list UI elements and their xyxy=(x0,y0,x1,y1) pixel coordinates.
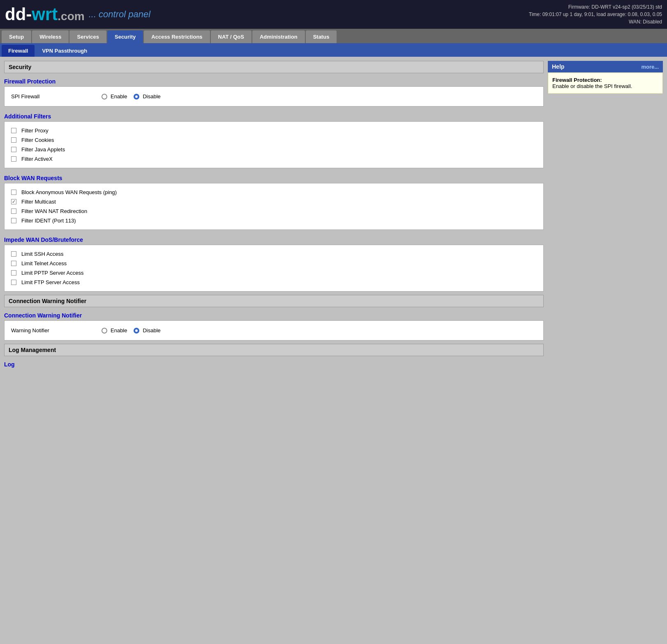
additional-filters-title: Additional Filters xyxy=(4,110,544,121)
time-info: Time: 09:01:07 up 1 day, 9:01, load aver… xyxy=(529,11,662,18)
spi-firewall-label: SPI Firewall xyxy=(11,93,102,100)
limit-telnet-row: Limit Telnet Access xyxy=(11,259,537,268)
filter-ident-checkbox[interactable] xyxy=(11,218,16,223)
warning-notifier-radio-group: Enable Disable xyxy=(102,327,161,334)
spi-enable-text: Enable xyxy=(111,93,127,100)
spi-disable-radio[interactable] xyxy=(134,94,139,100)
additional-filters-box: Filter Proxy Filter Cookies Filter Java … xyxy=(4,121,544,168)
spi-disable-radio-label[interactable]: Disable xyxy=(134,93,160,100)
filter-multicast-checkbox[interactable]: ✓ xyxy=(11,199,16,204)
block-anon-checkbox[interactable] xyxy=(11,190,16,195)
filter-cookies-row: Filter Cookies xyxy=(11,135,537,145)
limit-ftp-row: Limit FTP Server Access xyxy=(11,278,537,287)
filter-cookies-label: Filter Cookies xyxy=(21,137,54,143)
log-management-section-header: Log Management xyxy=(4,344,544,356)
filter-multicast-row: ✓ Filter Multicast xyxy=(11,197,537,206)
filter-proxy-checkbox[interactable] xyxy=(11,128,16,133)
control-panel-label: ... control panel xyxy=(89,9,150,20)
filter-activex-checkbox[interactable] xyxy=(11,156,16,162)
connection-warning-box: Warning Notifier Enable Disable xyxy=(4,320,544,341)
filter-proxy-label: Filter Proxy xyxy=(21,127,48,134)
spi-enable-radio[interactable] xyxy=(102,94,107,100)
limit-ftp-label: Limit FTP Server Access xyxy=(21,279,80,285)
tab-access-restrictions[interactable]: Access Restrictions xyxy=(144,30,210,43)
log-management-header-label: Log Management xyxy=(9,347,56,353)
logo-area: dd-wrt.com ... control panel xyxy=(5,5,150,24)
system-info: Firmware: DD-WRT v24-sp2 (03/25/13) std … xyxy=(529,3,662,25)
spi-firewall-radio-group: Enable Disable xyxy=(102,93,161,100)
block-anon-row: Block Anonymous WAN Requests (ping) xyxy=(11,188,537,197)
filter-ident-label: Filter IDENT (Port 113) xyxy=(21,218,76,224)
tab-security[interactable]: Security xyxy=(107,30,143,43)
limit-pptp-checkbox[interactable] xyxy=(11,270,16,276)
filter-proxy-row: Filter Proxy xyxy=(11,126,537,135)
logo-com: .com xyxy=(58,10,84,23)
help-more-link[interactable]: more... xyxy=(641,64,659,70)
help-title: Help xyxy=(552,63,564,70)
warning-disable-text: Disable xyxy=(143,327,160,334)
left-panel: Security Firewall Protection SPI Firewal… xyxy=(4,61,544,369)
filter-activex-label: Filter ActiveX xyxy=(21,156,53,162)
warning-enable-text: Enable xyxy=(111,327,127,334)
warning-disable-radio[interactable] xyxy=(134,328,139,334)
limit-ssh-checkbox[interactable] xyxy=(11,251,16,257)
filter-wan-nat-row: Filter WAN NAT Redirection xyxy=(11,206,537,216)
warning-notifier-label: Warning Notifier xyxy=(11,327,102,334)
security-section-header: Security xyxy=(4,61,544,73)
connection-warning-header-label: Connection Warning Notifier xyxy=(9,298,86,304)
filter-cookies-checkbox[interactable] xyxy=(11,137,16,143)
header: dd-wrt.com ... control panel Firmware: D… xyxy=(0,0,667,29)
warning-disable-radio-label[interactable]: Disable xyxy=(134,327,160,334)
logo-dd: dd- xyxy=(5,5,32,24)
tab-administration[interactable]: Administration xyxy=(252,30,305,43)
limit-ssh-label: Limit SSH Access xyxy=(21,251,64,257)
subtab-vpn-passthrough[interactable]: VPN Passthrough xyxy=(35,45,94,57)
tab-setup[interactable]: Setup xyxy=(2,30,31,43)
connection-warning-title: Connection Warning Notifier xyxy=(4,309,544,320)
limit-ftp-checkbox[interactable] xyxy=(11,280,16,285)
firewall-protection-title: Firewall Protection xyxy=(4,75,544,86)
tab-status[interactable]: Status xyxy=(306,30,337,43)
limit-pptp-label: Limit PPTP Server Access xyxy=(21,270,83,276)
tab-wireless[interactable]: Wireless xyxy=(32,30,69,43)
filter-activex-row: Filter ActiveX xyxy=(11,154,537,164)
filter-wan-nat-label: Filter WAN NAT Redirection xyxy=(21,208,87,214)
log-title: Log xyxy=(4,358,544,369)
filter-multicast-label: Filter Multicast xyxy=(21,199,56,205)
block-anon-label: Block Anonymous WAN Requests (ping) xyxy=(21,189,117,195)
block-wan-title: Block WAN Requests xyxy=(4,171,544,183)
warning-notifier-row: Warning Notifier Enable Disable xyxy=(11,325,537,336)
warning-enable-radio-label[interactable]: Enable xyxy=(102,327,127,334)
spi-firewall-row: SPI Firewall Enable Disable xyxy=(11,91,537,102)
logo: dd-wrt.com xyxy=(5,5,85,24)
warning-enable-radio[interactable] xyxy=(102,328,107,334)
limit-pptp-row: Limit PPTP Server Access xyxy=(11,268,537,278)
impede-wan-title: Impede WAN DoS/Bruteforce xyxy=(4,233,544,245)
sub-tabs: Firewall VPN Passthrough xyxy=(0,43,667,57)
wan-info: WAN: Disabled xyxy=(529,18,662,25)
filter-ident-row: Filter IDENT (Port 113) xyxy=(11,216,537,225)
impede-wan-box: Limit SSH Access Limit Telnet Access Lim… xyxy=(4,245,544,292)
spi-enable-radio-label[interactable]: Enable xyxy=(102,93,127,100)
right-panel: Help more... Firewall Protection: Enable… xyxy=(548,61,663,369)
firmware-info: Firmware: DD-WRT v24-sp2 (03/25/13) std xyxy=(529,3,662,11)
subtab-firewall[interactable]: Firewall xyxy=(2,45,35,57)
nav-tabs: Setup Wireless Services Security Access … xyxy=(0,29,667,43)
security-title: Security xyxy=(9,64,31,70)
filter-java-label: Filter Java Applets xyxy=(21,146,65,153)
filter-java-checkbox[interactable] xyxy=(11,147,16,152)
connection-warning-section-header: Connection Warning Notifier xyxy=(4,295,544,307)
limit-telnet-checkbox[interactable] xyxy=(11,261,16,266)
help-content-body: Enable or disable the SPI firewall. xyxy=(552,83,632,89)
limit-ssh-row: Limit SSH Access xyxy=(11,249,537,259)
help-content-title: Firewall Protection: xyxy=(552,77,602,83)
tab-services[interactable]: Services xyxy=(69,30,106,43)
filter-java-row: Filter Java Applets xyxy=(11,145,537,154)
help-content: Firewall Protection: Enable or disable t… xyxy=(548,72,663,94)
help-header: Help more... xyxy=(548,61,663,72)
block-wan-box: Block Anonymous WAN Requests (ping) ✓ Fi… xyxy=(4,183,544,230)
tab-nat-qos[interactable]: NAT / QoS xyxy=(211,30,252,43)
spi-disable-text: Disable xyxy=(143,93,160,100)
help-panel: Help more... Firewall Protection: Enable… xyxy=(548,61,663,94)
filter-wan-nat-checkbox[interactable] xyxy=(11,208,16,214)
